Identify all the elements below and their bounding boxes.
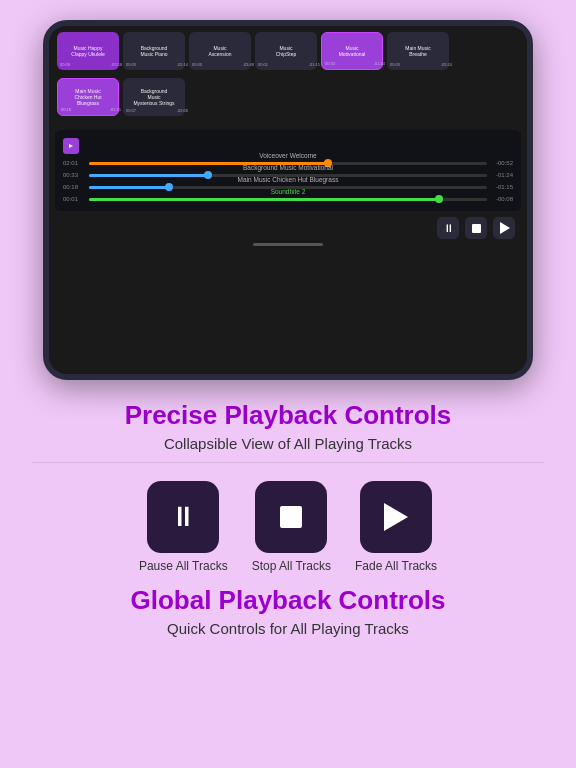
track-card[interactable]: Main MusicBreathe 00:00-03:24 bbox=[387, 32, 449, 70]
track-card[interactable]: Music HappyClappy Ukulele 00:08-03:58 bbox=[57, 32, 119, 70]
ipad-frame: Music HappyClappy Ukulele 00:08-03:58 Ba… bbox=[43, 20, 533, 380]
stop-all-button[interactable] bbox=[255, 481, 327, 553]
global-playback-section: Global Playback Controls Quick Controls … bbox=[0, 579, 576, 637]
pause-icon: ⏸ bbox=[169, 503, 197, 531]
track-card-motivational[interactable]: MusicMotivational 00:33-01:24 bbox=[321, 32, 383, 70]
ipad-playback-controls: ⏸ bbox=[49, 215, 527, 243]
section-divider bbox=[32, 462, 544, 463]
fade-all-button[interactable] bbox=[360, 481, 432, 553]
stop-all-label: Stop All Tracks bbox=[252, 559, 331, 573]
pause-all-group: ⏸ Pause All Tracks bbox=[139, 481, 228, 573]
pause-all-button[interactable]: ⏸ bbox=[147, 481, 219, 553]
stop-icon bbox=[280, 506, 302, 528]
ipad-home-indicator bbox=[49, 243, 527, 249]
collapse-icon[interactable] bbox=[63, 138, 79, 154]
track-card[interactable]: MusicChipStep 00:01-01:15 bbox=[255, 32, 317, 70]
precise-playback-section: Precise Playback Controls Collapsible Vi… bbox=[0, 390, 576, 463]
track-card[interactable]: BackgroundMusicMysterious Strings 00:07-… bbox=[123, 78, 185, 116]
play-button-ipad[interactable] bbox=[493, 217, 515, 239]
stop-all-group: Stop All Tracks bbox=[252, 481, 331, 573]
track-grid: Music HappyClappy Ukulele 00:08-03:58 Ba… bbox=[49, 26, 527, 76]
controls-row: ⏸ Pause All Tracks Stop All Tracks Fade … bbox=[32, 469, 544, 579]
stop-button-ipad[interactable] bbox=[465, 217, 487, 239]
global-playback-subtitle: Quick Controls for All Playing Tracks bbox=[32, 620, 544, 637]
ipad-section: Music HappyClappy Ukulele 00:08-03:58 Ba… bbox=[0, 0, 576, 390]
track-grid-row2: Main MusicChicken HutBluegrass 00:18-01:… bbox=[49, 76, 527, 122]
ipad-screen: Music HappyClappy Ukulele 00:08-03:58 Ba… bbox=[49, 26, 527, 374]
playback-panel: 02:01 Voiceover Welcome -00:52 00:33 bbox=[55, 130, 521, 211]
global-playback-title: Global Playback Controls bbox=[32, 585, 544, 616]
fade-all-group: Fade All Tracks bbox=[355, 481, 437, 573]
fade-all-label: Fade All Tracks bbox=[355, 559, 437, 573]
global-controls-buttons-section: ⏸ Pause All Tracks Stop All Tracks Fade … bbox=[0, 469, 576, 579]
fade-icon bbox=[384, 503, 408, 531]
precise-playback-title: Precise Playback Controls bbox=[32, 400, 544, 431]
pause-all-label: Pause All Tracks bbox=[139, 559, 228, 573]
pause-button-ipad[interactable]: ⏸ bbox=[437, 217, 459, 239]
track-card-bluegrass[interactable]: Main MusicChicken HutBluegrass 00:18-01:… bbox=[57, 78, 119, 116]
playback-row-soundbite: 00:01 Soundbite 2 -00:08 bbox=[55, 196, 521, 205]
svg-marker-0 bbox=[69, 144, 73, 148]
precise-playback-subtitle: Collapsible View of All Playing Tracks bbox=[32, 435, 544, 452]
track-card[interactable]: MusicAscension 00:00-03:48 bbox=[189, 32, 251, 70]
track-card[interactable]: BackgroundMusic Piano 00:00-02:14 bbox=[123, 32, 185, 70]
